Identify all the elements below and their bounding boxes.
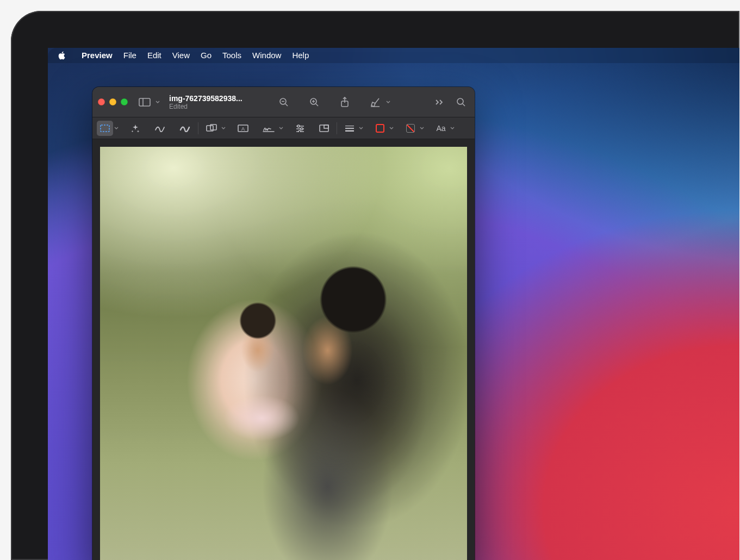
shapes-button[interactable] <box>203 121 220 136</box>
stroke-color-dropdown[interactable] <box>388 127 395 129</box>
fill-color-swatch <box>406 124 415 133</box>
share-button[interactable] <box>337 94 353 110</box>
window-close-button[interactable] <box>98 98 105 105</box>
markup-toggle-button[interactable] <box>367 94 383 110</box>
window-zoom-button[interactable] <box>121 98 128 105</box>
menu-go[interactable]: Go <box>195 48 217 63</box>
toolbar-divider <box>337 122 337 134</box>
stroke-color-button[interactable] <box>372 121 388 136</box>
zoom-in-button[interactable] <box>306 94 322 110</box>
menu-help[interactable]: Help <box>287 48 314 63</box>
document-canvas[interactable] <box>92 139 475 560</box>
window-subtitle: Edited <box>169 103 270 110</box>
svg-line-6 <box>316 104 318 106</box>
laptop-frame: Preview File Edit View Go Tools Window H… <box>11 11 739 560</box>
window-titlebar: img-762739582938... Edited <box>92 87 475 117</box>
text-style-dropdown[interactable] <box>449 127 456 129</box>
svg-rect-27 <box>345 126 354 126</box>
stroke-color-swatch <box>376 124 384 133</box>
photo-content <box>100 147 467 560</box>
svg-rect-29 <box>345 130 354 132</box>
signature-dropdown[interactable] <box>278 127 284 129</box>
svg-rect-0 <box>139 98 150 106</box>
window-controls <box>98 98 128 105</box>
menu-tools[interactable]: Tools <box>217 48 247 63</box>
text-box-button[interactable]: A <box>234 121 252 136</box>
adjust-size-button[interactable] <box>316 121 332 136</box>
fill-color-dropdown[interactable] <box>419 127 425 129</box>
text-style-button[interactable]: Aa <box>433 121 449 136</box>
screen: Preview File Edit View Go Tools Window H… <box>48 48 739 560</box>
svg-point-20 <box>297 125 300 127</box>
draw-tool-button[interactable] <box>176 121 194 136</box>
fill-color-button[interactable] <box>402 121 419 136</box>
apple-menu-icon[interactable] <box>58 51 66 60</box>
adjust-color-button[interactable] <box>292 121 308 136</box>
toolbar-overflow-button[interactable] <box>431 94 447 110</box>
menu-edit[interactable]: Edit <box>142 48 167 63</box>
sketch-tool-button[interactable] <box>151 121 169 136</box>
selection-tool-button[interactable] <box>97 121 113 136</box>
svg-rect-26 <box>324 125 328 128</box>
menu-view[interactable]: View <box>167 48 195 63</box>
text-style-label: Aa <box>436 124 445 133</box>
menu-window[interactable]: Window <box>247 48 287 63</box>
menu-app-name[interactable]: Preview <box>76 48 118 63</box>
line-style-dropdown[interactable] <box>358 127 364 129</box>
svg-point-22 <box>301 128 303 130</box>
markup-dropdown[interactable] <box>384 94 392 110</box>
sidebar-toggle-button[interactable] <box>136 94 153 110</box>
preview-window: img-762739582938... Edited <box>92 87 475 560</box>
markup-toolbar: A <box>92 117 475 139</box>
svg-text:A: A <box>241 126 245 132</box>
window-minimize-button[interactable] <box>109 98 116 105</box>
sidebar-toggle-dropdown[interactable] <box>154 94 161 110</box>
window-title-block: img-762739582938... Edited <box>167 94 270 110</box>
zoom-out-button[interactable] <box>276 94 292 110</box>
shapes-dropdown[interactable] <box>220 127 227 129</box>
svg-line-3 <box>285 104 288 106</box>
instant-alpha-button[interactable] <box>127 121 144 136</box>
window-title: img-762739582938... <box>169 94 270 103</box>
svg-point-11 <box>457 98 463 104</box>
svg-rect-13 <box>101 125 109 132</box>
menu-file[interactable]: File <box>118 48 142 63</box>
selection-tool-dropdown[interactable] <box>113 127 120 129</box>
svg-point-24 <box>299 130 301 132</box>
toolbar-divider <box>198 122 198 134</box>
menu-bar: Preview File Edit View Go Tools Window H… <box>48 48 739 63</box>
search-button[interactable] <box>453 94 469 110</box>
svg-line-12 <box>463 104 465 106</box>
signature-button[interactable] <box>259 121 278 136</box>
svg-rect-28 <box>345 128 354 129</box>
line-style-button[interactable] <box>341 121 358 136</box>
